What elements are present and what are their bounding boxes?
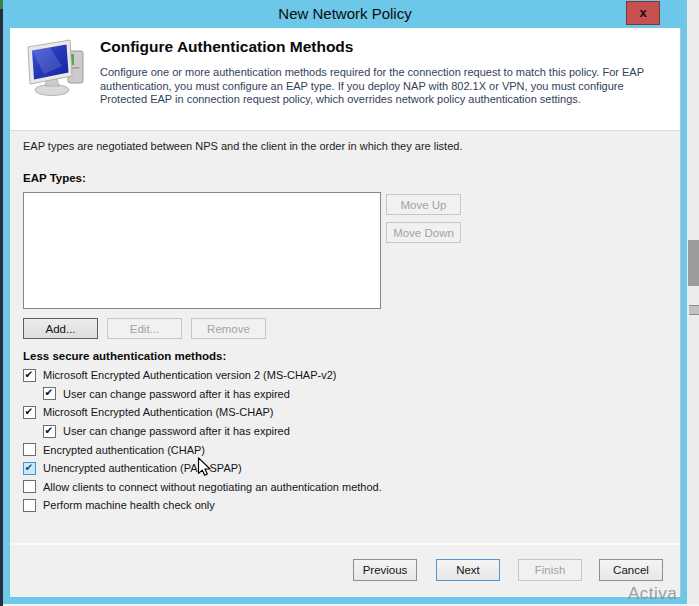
new-network-policy-dialog: New Network Policy x (3, 0, 687, 604)
checkbox-no-negotiation[interactable] (23, 480, 36, 493)
checkbox-pap-spap[interactable] (23, 462, 36, 475)
next-button[interactable]: Next (436, 559, 500, 581)
checkbox-mschap-v2[interactable] (23, 369, 36, 382)
screen: New Network Policy x (0, 0, 699, 606)
background-scrollbar-thumb (688, 240, 699, 286)
dialog-content: Configure Authentication Methods Configu… (10, 28, 681, 597)
move-down-button[interactable]: Move Down (386, 222, 461, 243)
computer-workstation-icon (22, 36, 90, 98)
less-secure-methods-label: Less secure authentication methods: (23, 350, 226, 362)
checkbox-row-mschap-v2[interactable]: Microsoft Encrypted Authentication versi… (23, 366, 643, 385)
activate-windows-watermark: Activa (628, 584, 677, 604)
checkbox-label: User can change password after it has ex… (63, 388, 290, 400)
checkbox-label: Perform machine health check only (43, 499, 215, 511)
checkbox-row-mschap[interactable]: Microsoft Encrypted Authentication (MS-C… (23, 403, 643, 422)
close-button[interactable]: x (626, 1, 660, 25)
wizard-header: Configure Authentication Methods Configu… (10, 28, 680, 131)
checkbox-row-chap[interactable]: Encrypted authentication (CHAP) (23, 440, 643, 459)
titlebar[interactable]: New Network Policy x (3, 0, 687, 28)
remove-button[interactable]: Remove (191, 318, 266, 339)
edit-button[interactable]: Edit... (107, 318, 182, 339)
page-description: Configure one or more authentication met… (100, 66, 666, 107)
page-title: Configure Authentication Methods (100, 38, 353, 56)
checkbox-machine-health[interactable] (23, 499, 36, 512)
footer-divider (10, 543, 680, 545)
cancel-button[interactable]: Cancel (599, 559, 663, 581)
checkbox-mschap-v2-pwchange[interactable] (43, 387, 56, 400)
checkbox-row-no-negotiation[interactable]: Allow clients to connect without negotia… (23, 478, 643, 497)
finish-button[interactable]: Finish (518, 559, 582, 581)
auth-methods-list: Microsoft Encrypted Authentication versi… (23, 366, 643, 515)
checkbox-label: Allow clients to connect without negotia… (43, 481, 382, 493)
checkbox-label: Encrypted authentication (CHAP) (43, 444, 205, 456)
window-title: New Network Policy (3, 5, 687, 22)
checkbox-label: Microsoft Encrypted Authentication versi… (43, 369, 336, 381)
background-window-right-edge (687, 0, 699, 606)
add-button[interactable]: Add... (23, 318, 98, 339)
checkbox-row-mschap-pwchange[interactable]: User can change password after it has ex… (23, 422, 643, 441)
checkbox-mschap[interactable] (23, 406, 36, 419)
eap-types-label: EAP Types: (23, 172, 86, 184)
checkbox-row-mschap-v2-pwchange[interactable]: User can change password after it has ex… (23, 385, 643, 404)
eap-info-text: EAP types are negotiated between NPS and… (23, 140, 462, 152)
checkbox-label: User can change password after it has ex… (63, 425, 290, 437)
previous-button[interactable]: Previous (353, 559, 417, 581)
checkbox-chap[interactable] (23, 443, 36, 456)
checkbox-mschap-pwchange[interactable] (43, 425, 56, 438)
eap-types-listbox[interactable] (23, 192, 381, 309)
checkbox-row-machine-health[interactable]: Perform machine health check only (23, 496, 643, 515)
move-up-button[interactable]: Move Up (386, 194, 461, 215)
checkbox-label: Microsoft Encrypted Authentication (MS-C… (43, 406, 273, 418)
checkbox-row-pap-spap[interactable]: Unencrypted authentication (PAP, SPAP) (23, 459, 643, 478)
mouse-cursor (193, 455, 215, 479)
background-scrollbar-mark (689, 305, 699, 315)
